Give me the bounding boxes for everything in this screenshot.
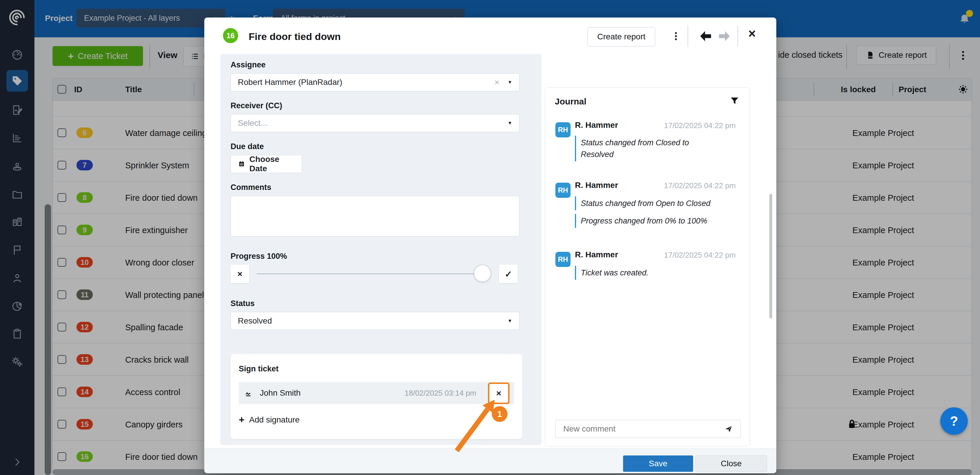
comments-label: Comments <box>231 183 271 192</box>
avatar: RH <box>555 252 571 267</box>
avatar: RH <box>555 183 571 198</box>
progress-reset-button[interactable]: × <box>231 265 249 283</box>
signature-icon <box>245 388 255 398</box>
status-value: Resolved <box>238 316 272 326</box>
status-label: Status <box>231 299 255 308</box>
sign-ticket-title: Sign ticket <box>239 364 279 373</box>
assignee-label: Assignee <box>231 60 266 70</box>
receiver-placeholder: Select... <box>238 118 267 128</box>
journal-entry-text: Ticket was created. <box>575 266 649 280</box>
chevron-down-icon: ▼ <box>508 121 512 126</box>
create-report-button[interactable]: Create report <box>587 27 655 46</box>
progress-confirm-button[interactable]: ✓ <box>499 265 518 283</box>
assignee-value: Robert Hammer (PlanRadar) <box>238 78 342 87</box>
more-options-kebab-icon[interactable] <box>671 28 681 46</box>
modal-title: Fire door tied down <box>249 31 340 42</box>
journal-entry-text: Status changed from Open to Closed <box>575 196 710 210</box>
choose-date-button[interactable]: Choose Date <box>231 155 302 173</box>
filter-funnel-icon[interactable] <box>729 95 740 108</box>
close-icon[interactable]: × <box>748 26 756 41</box>
header-divider <box>738 26 738 47</box>
previous-ticket-arrow-icon[interactable] <box>698 29 713 45</box>
receiver-cc-label: Receiver (CC) <box>231 101 282 110</box>
assignee-select[interactable]: Robert Hammer (PlanRadar) × ▼ <box>231 73 519 91</box>
clear-icon[interactable]: × <box>495 77 500 87</box>
due-date-label: Due date <box>231 142 264 151</box>
save-button[interactable]: Save <box>623 456 693 472</box>
new-comment-field[interactable] <box>555 420 741 438</box>
close-button[interactable]: Close <box>695 456 767 472</box>
calendar-icon <box>238 160 245 168</box>
new-comment-input[interactable] <box>563 424 724 434</box>
choose-date-text: Choose Date <box>249 155 295 173</box>
signer-name: John Smith <box>260 388 301 398</box>
progress-slider-track[interactable] <box>257 273 490 274</box>
journal-title: Journal <box>555 97 586 106</box>
modal-scrollbar[interactable] <box>769 194 772 319</box>
help-button[interactable]: ? <box>940 407 968 435</box>
ticket-detail-modal: 16 Fire door tied down Create report × A… <box>204 17 776 473</box>
journal-entry-author: R. Hammer <box>575 181 618 190</box>
journal-entry-text: Status changed from Closed to Resolved <box>575 136 712 161</box>
header-divider <box>687 26 688 47</box>
chevron-down-icon: ▼ <box>508 79 512 85</box>
ticket-form-panel: Assignee Robert Hammer (PlanRadar) × ▼ R… <box>220 54 541 445</box>
receiver-cc-select[interactable]: Select... ▼ <box>231 114 519 132</box>
journal-entry-time: 17/02/2025 04:22 pm <box>664 181 736 190</box>
next-ticket-arrow-icon[interactable] <box>717 29 732 45</box>
annotation-step-badge: 1 <box>492 406 508 422</box>
progress-label: Progress 100% <box>231 252 287 261</box>
avatar: RH <box>555 122 571 137</box>
progress-slider-handle[interactable] <box>474 265 491 282</box>
ticket-id-badge: 16 <box>223 28 238 43</box>
journal-entry-time: 17/02/2025 04:22 pm <box>664 121 736 130</box>
status-select[interactable]: Resolved ▼ <box>231 312 519 330</box>
plus-icon: + <box>239 414 245 426</box>
comments-textarea[interactable] <box>231 196 519 237</box>
chevron-down-icon: ▼ <box>508 318 512 324</box>
add-signature-label: Add signature <box>249 415 300 424</box>
send-icon[interactable] <box>724 424 733 434</box>
journal-entry-time: 17/02/2025 04:22 pm <box>664 251 736 260</box>
journal-entry-text: Progress changed from 0% to 100% <box>575 214 708 228</box>
journal-entry-author: R. Hammer <box>575 121 618 130</box>
journal-panel: Journal RH R. Hammer 17/02/2025 04:22 pm… <box>545 87 750 446</box>
journal-entry-author: R. Hammer <box>575 250 618 259</box>
add-signature-button[interactable]: + Add signature <box>239 414 300 426</box>
